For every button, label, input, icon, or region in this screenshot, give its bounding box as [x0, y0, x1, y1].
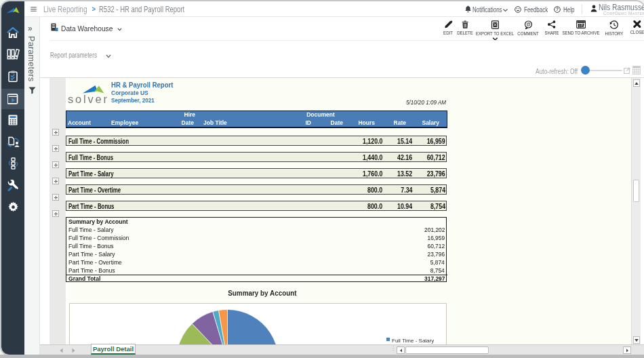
svg-text:?: ? [556, 7, 559, 12]
svg-text:Full Time - Salary: Full Time - Salary [392, 338, 434, 344]
svg-text:@: @ [526, 22, 531, 26]
